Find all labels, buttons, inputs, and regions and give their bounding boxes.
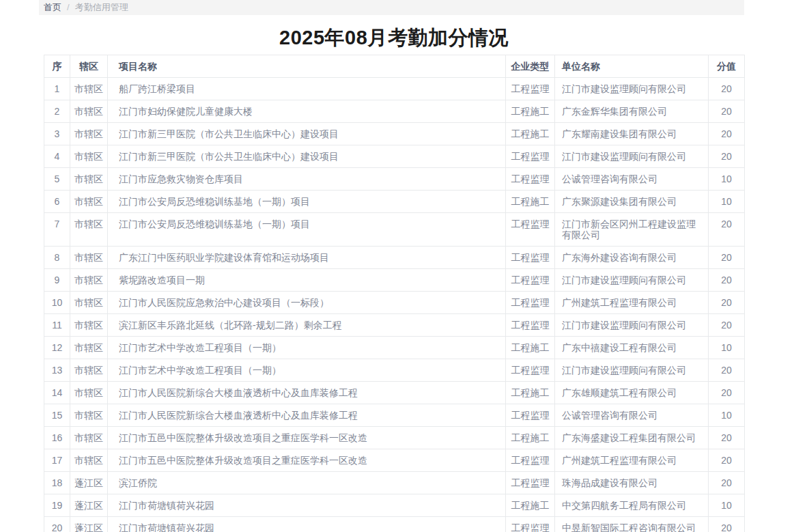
- cell-project: 江门市荷塘镇荷兴花园: [108, 517, 506, 532]
- cell-project: 江门市新三甲医院（市公共卫生临床中心）建设项目: [108, 145, 506, 168]
- column-header-company: 单位名称: [555, 55, 709, 78]
- cell-type: 工程施工: [506, 191, 555, 213]
- cell-project: 江门市妇幼保健院儿童健康大楼: [108, 100, 506, 123]
- cell-score: 20: [709, 382, 745, 404]
- cell-district: 市辖区: [70, 191, 108, 213]
- column-header-index: 序: [44, 55, 70, 78]
- table-header: 序辖区项目名称企业类型单位名称分值: [44, 55, 745, 78]
- cell-company: 江门市建设监理顾问有限公司: [555, 145, 709, 168]
- cell-index: 10: [44, 292, 70, 314]
- cell-district: 市辖区: [70, 145, 108, 168]
- table-row: 14市辖区江门市人民医院新综合大楼血液透析中心及血库装修工程工程施工广东雄顺建筑…: [44, 382, 745, 404]
- table-row: 13市辖区江门市艺术中学改造工程项目（一期）工程监理江门市建设监理顾问有限公司2…: [44, 359, 745, 382]
- cell-project: 船厂跨江桥梁项目: [108, 78, 506, 100]
- cell-type: 工程监理: [506, 78, 555, 100]
- cell-type: 工程监理: [506, 472, 555, 494]
- table-row: 11市辖区滨江新区丰乐路北延线（北环路-规划二路）剩余工程工程监理江门市建设监理…: [44, 314, 745, 337]
- column-header-district: 辖区: [70, 55, 108, 78]
- table-row: 7市辖区江门市公安局反恐维稳训练基地（一期）项目工程监理江门市新会区冈州工程建设…: [44, 213, 745, 247]
- cell-type: 工程监理: [506, 449, 555, 472]
- table-row: 18蓬江区滨江侨院工程监理珠海品成建设有限公司20: [44, 472, 745, 494]
- cell-index: 3: [44, 123, 70, 145]
- cell-score: 20: [709, 213, 745, 247]
- column-header-project: 项目名称: [108, 55, 506, 78]
- table-row: 19蓬江区江门市荷塘镇荷兴花园工程施工中交第四航务工程局有限公司10: [44, 494, 745, 517]
- table-row: 17市辖区江门市五邑中医院整体升级改造项目之重症医学科一区改造工程监理广州建筑工…: [44, 449, 745, 472]
- table-row: 8市辖区广东江门中医药职业学院建设体育馆和运动场项目工程监理广东海外建设咨询有限…: [44, 247, 745, 269]
- cell-score: 20: [709, 145, 745, 168]
- table-row: 15市辖区江门市人民医院新综合大楼血液透析中心及血库装修工程工程监理公诚管理咨询…: [44, 404, 745, 427]
- cell-company: 珠海品成建设有限公司: [555, 472, 709, 494]
- cell-company: 广州建筑工程监理有限公司: [555, 292, 709, 314]
- cell-project: 江门市人民医院应急救治中心建设项目（一标段）: [108, 292, 506, 314]
- cell-company: 中交第四航务工程局有限公司: [555, 494, 709, 517]
- cell-type: 工程监理: [506, 314, 555, 337]
- cell-index: 19: [44, 494, 70, 517]
- cell-project: 江门市艺术中学改造工程项目（一期）: [108, 337, 506, 359]
- cell-district: 市辖区: [70, 314, 108, 337]
- cell-district: 市辖区: [70, 382, 108, 404]
- table-row: 6市辖区江门市公安局反恐维稳训练基地（一期）项目工程施工广东聚源建设集团有限公司…: [44, 191, 745, 213]
- table-row: 12市辖区江门市艺术中学改造工程项目（一期）工程施工广东中禧建设工程有限公司10: [44, 337, 745, 359]
- table-row: 4市辖区江门市新三甲医院（市公共卫生临床中心）建设项目工程监理江门市建设监理顾问…: [44, 145, 745, 168]
- cell-project: 江门市公安局反恐维稳训练基地（一期）项目: [108, 191, 506, 213]
- cell-index: 20: [44, 517, 70, 532]
- cell-index: 16: [44, 427, 70, 449]
- table-row: 20蓬江区江门市荷塘镇荷兴花园工程监理中昱新智国际工程咨询有限公司20: [44, 517, 745, 532]
- cell-company: 广东中禧建设工程有限公司: [555, 337, 709, 359]
- cell-project: 江门市人民医院新综合大楼血液透析中心及血库装修工程: [108, 404, 506, 427]
- cell-district: 蓬江区: [70, 472, 108, 494]
- cell-company: 江门市建设监理顾问有限公司: [555, 314, 709, 337]
- cell-company: 江门市新会区冈州工程建设监理有限公司: [555, 213, 709, 247]
- cell-type: 工程监理: [506, 145, 555, 168]
- cell-score: 10: [709, 191, 745, 213]
- cell-district: 市辖区: [70, 292, 108, 314]
- cell-type: 工程监理: [506, 292, 555, 314]
- cell-district: 市辖区: [70, 359, 108, 382]
- cell-type: 工程监理: [506, 168, 555, 191]
- cell-district: 市辖区: [70, 78, 108, 100]
- cell-type: 工程施工: [506, 494, 555, 517]
- cell-project: 紫坭路改造项目一期: [108, 269, 506, 292]
- cell-score: 20: [709, 123, 745, 145]
- table-body: 1市辖区船厂跨江桥梁项目工程监理江门市建设监理顾问有限公司202市辖区江门市妇幼…: [44, 78, 745, 532]
- cell-project: 滨江侨院: [108, 472, 506, 494]
- cell-type: 工程施工: [506, 382, 555, 404]
- cell-district: 市辖区: [70, 100, 108, 123]
- cell-score: 20: [709, 247, 745, 269]
- cell-score: 20: [709, 78, 745, 100]
- cell-type: 工程监理: [506, 269, 555, 292]
- column-header-score: 分值: [709, 55, 745, 78]
- cell-company: 广东雄顺建筑工程有限公司: [555, 382, 709, 404]
- cell-company: 中昱新智国际工程咨询有限公司: [555, 517, 709, 532]
- cell-company: 广东海盛建设工程集团有限公司: [555, 427, 709, 449]
- cell-district: 市辖区: [70, 269, 108, 292]
- cell-district: 市辖区: [70, 123, 108, 145]
- table-row: 10市辖区江门市人民医院应急救治中心建设项目（一标段）工程监理广州建筑工程监理有…: [44, 292, 745, 314]
- page-title: 2025年08月考勤加分情况: [44, 26, 744, 49]
- table-header-row: 序辖区项目名称企业类型单位名称分值: [44, 55, 745, 78]
- cell-index: 2: [44, 100, 70, 123]
- cell-district: 市辖区: [70, 427, 108, 449]
- cell-company: 广州建筑工程监理有限公司: [555, 449, 709, 472]
- cell-type: 工程监理: [506, 213, 555, 247]
- cell-index: 6: [44, 191, 70, 213]
- cell-score: 10: [709, 494, 745, 517]
- table-row: 16市辖区江门市五邑中医院整体升级改造项目之重症医学科一区改造工程施工广东海盛建…: [44, 427, 745, 449]
- cell-type: 工程施工: [506, 123, 555, 145]
- cell-project: 广东江门中医药职业学院建设体育馆和运动场项目: [108, 247, 506, 269]
- cell-district: 市辖区: [70, 449, 108, 472]
- cell-score: 20: [709, 427, 745, 449]
- table-row: 2市辖区江门市妇幼保健院儿童健康大楼工程施工广东金辉华集团有限公司20: [44, 100, 745, 123]
- cell-index: 9: [44, 269, 70, 292]
- cell-index: 18: [44, 472, 70, 494]
- cell-project: 江门市荷塘镇荷兴花园: [108, 494, 506, 517]
- table-row: 9市辖区紫坭路改造项目一期工程监理江门市建设监理顾问有限公司20: [44, 269, 745, 292]
- cell-score: 20: [709, 449, 745, 472]
- cell-score: 20: [709, 100, 745, 123]
- cell-type: 工程监理: [506, 247, 555, 269]
- cell-company: 公诚管理咨询有限公司: [555, 404, 709, 427]
- cell-project: 江门市应急救灾物资仓库项目: [108, 168, 506, 191]
- cell-project: 江门市五邑中医院整体升级改造项目之重症医学科一区改造: [108, 427, 506, 449]
- cell-company: 江门市建设监理顾问有限公司: [555, 78, 709, 100]
